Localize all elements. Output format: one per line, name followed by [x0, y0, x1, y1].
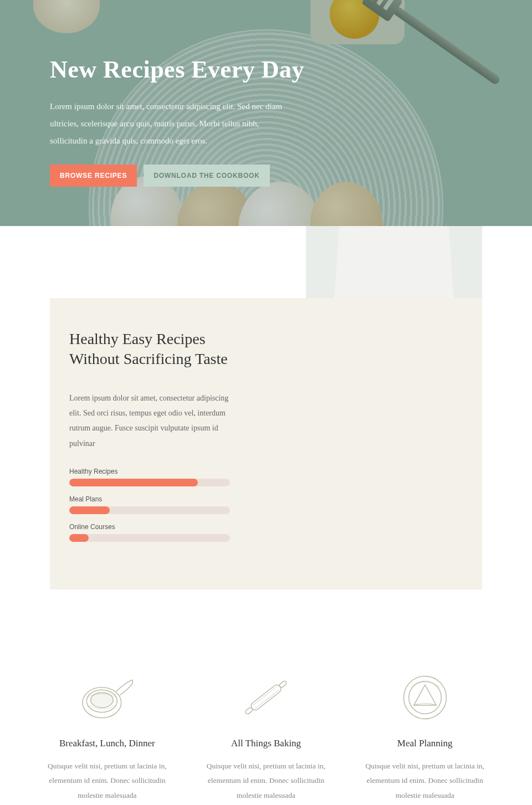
about-body: Lorem ipsum dolor sit amet, consectetur …	[69, 391, 241, 451]
bar-label: Meal Plans	[69, 495, 230, 503]
hero-buttons: Browse Recipes Download the Cookbook	[50, 165, 338, 187]
svg-line-22	[253, 686, 277, 705]
feature-body: Quisque velit nisi, pretium ut lacinia i…	[356, 759, 493, 803]
feature-title: All Things Baking	[198, 738, 335, 749]
svg-point-25	[408, 681, 441, 714]
feature-title: Meal Planning	[356, 738, 493, 749]
feature-body: Quisque velit nisi, pretium ut lacinia i…	[198, 759, 335, 803]
about-card: Healthy Easy Recipes Without Sacrificing…	[50, 298, 482, 589]
about-title: Healthy Easy Recipes Without Sacrificing…	[69, 329, 249, 370]
svg-rect-21	[279, 680, 287, 688]
bar-label: Online Courses	[69, 523, 230, 531]
feature-card: Breakfast, Lunch, Dinner Quisque velit n…	[39, 667, 176, 803]
feature-body: Quisque velit nisi, pretium ut lacinia i…	[39, 759, 176, 803]
hero-body: Lorem ipsum dolor sit amet, consectetur …	[50, 98, 294, 149]
rolling-pin-icon	[198, 667, 335, 728]
skillet-icon	[39, 667, 176, 728]
bar-fill	[69, 506, 110, 514]
feature-card: All Things Baking Quisque velit nisi, pr…	[198, 667, 335, 803]
features-section: Breakfast, Lunch, Dinner Quisque velit n…	[0, 589, 532, 805]
progress-bars: Healthy Recipes Meal Plans Online Course…	[69, 468, 230, 542]
about-section: Healthy Easy Recipes Without Sacrificing…	[0, 226, 532, 589]
svg-rect-20	[245, 707, 253, 715]
bar-track	[69, 479, 230, 486]
bar-fill	[69, 479, 198, 486]
download-cookbook-button[interactable]: Download the Cookbook	[144, 165, 269, 187]
feature-card: Meal Planning Quisque velit nisi, pretiu…	[356, 667, 493, 803]
bar-fill	[69, 534, 89, 542]
svg-line-23	[255, 690, 279, 709]
bar-label: Healthy Recipes	[69, 468, 230, 475]
hero-title: New Recipes Every Day	[50, 55, 338, 84]
bar-track	[69, 534, 230, 542]
plate-icon	[356, 667, 493, 728]
browse-recipes-button[interactable]: Browse Recipes	[50, 165, 137, 187]
bar-track	[69, 506, 230, 514]
hero-section: New Recipes Every Day Lorem ipsum dolor …	[0, 0, 532, 226]
feature-title: Breakfast, Lunch, Dinner	[39, 738, 176, 749]
svg-rect-19	[249, 683, 283, 711]
